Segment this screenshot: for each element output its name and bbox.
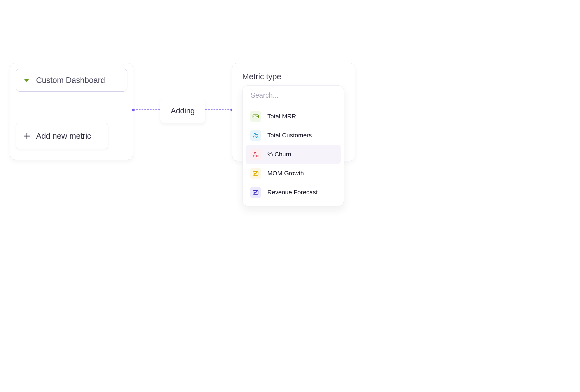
metric-option-total-mrr[interactable]: Total MRR <box>246 107 341 126</box>
svg-point-10 <box>254 173 255 174</box>
add-metric-label: Add new metric <box>36 132 91 141</box>
dashboard-select-label: Custom Dashboard <box>36 76 105 85</box>
user-minus-icon <box>250 149 261 160</box>
metric-dropdown: Total MRR Total Customers <box>243 85 344 206</box>
growth-icon <box>250 168 261 179</box>
svg-point-11 <box>256 172 257 173</box>
svg-point-15 <box>256 191 257 192</box>
svg-point-6 <box>254 152 256 154</box>
caret-down-icon <box>24 79 29 82</box>
metric-option-label: Total MRR <box>267 113 296 120</box>
metric-option-label: % Churn <box>267 151 291 158</box>
search-row <box>243 86 344 104</box>
connector-chip-label: Adding <box>171 106 195 115</box>
svg-line-16 <box>255 192 256 193</box>
connector-chip: Adding <box>160 99 205 123</box>
svg-point-14 <box>254 192 255 193</box>
dashboard-select[interactable]: Custom Dashboard <box>16 69 127 92</box>
add-metric-button[interactable]: Add new metric <box>16 123 108 149</box>
money-icon <box>250 111 261 122</box>
search-input[interactable] <box>251 91 336 99</box>
metric-type-title: Metric type <box>242 72 345 81</box>
metric-option-total-customers[interactable]: Total Customers <box>246 126 341 145</box>
svg-point-1 <box>255 116 256 117</box>
metric-option-label: Total Customers <box>267 132 312 139</box>
metric-option-mom-growth[interactable]: MOM Growth <box>246 164 341 183</box>
metric-option-label: Revenue Forecast <box>267 189 318 196</box>
svg-point-4 <box>254 133 256 135</box>
users-icon <box>250 130 261 141</box>
metric-option-label: MOM Growth <box>267 170 304 177</box>
metric-option-churn[interactable]: % Churn <box>246 145 341 164</box>
dashboard-card: Custom Dashboard Add new metric <box>10 63 133 160</box>
metric-option-revenue-forecast[interactable]: Revenue Forecast <box>246 183 341 202</box>
svg-line-12 <box>255 173 256 174</box>
plus-icon <box>24 133 30 139</box>
forecast-icon <box>250 187 261 198</box>
metric-options-list: Total MRR Total Customers <box>243 104 344 206</box>
svg-point-5 <box>256 134 258 135</box>
